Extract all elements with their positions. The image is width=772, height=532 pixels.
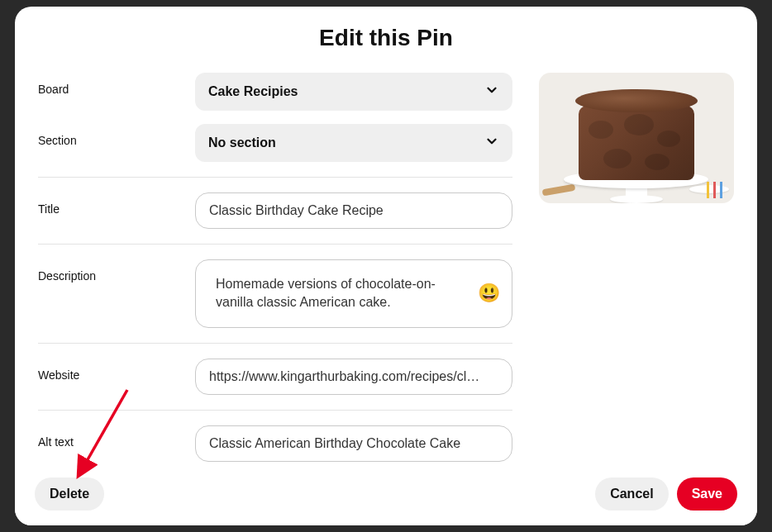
modal-footer: Delete Cancel Save — [15, 464, 757, 525]
field-row-title: Title — [38, 178, 512, 245]
save-button[interactable]: Save — [677, 477, 737, 511]
website-input[interactable] — [195, 359, 512, 395]
edit-pin-modal: Edit this Pin Board Cake Recipies Sectio… — [15, 7, 757, 525]
chevron-down-icon — [484, 134, 499, 152]
label-board: Board — [38, 73, 195, 96]
pin-preview-image — [539, 73, 734, 203]
field-row-description: Description Homemade versions of chocola… — [38, 245, 512, 344]
label-title: Title — [38, 192, 195, 216]
label-description: Description — [38, 259, 195, 283]
preview-column — [539, 66, 734, 464]
chevron-down-icon — [484, 83, 499, 101]
emoji-icon[interactable]: 😃 — [478, 284, 500, 302]
board-select-value: Cake Recipies — [208, 84, 298, 99]
label-alt-text: Alt text — [38, 425, 195, 449]
delete-button[interactable]: Delete — [35, 477, 104, 511]
field-row-section: Section No section — [38, 117, 512, 178]
label-website: Website — [38, 359, 195, 382]
board-select[interactable]: Cake Recipies — [195, 73, 512, 111]
field-row-alt-text: Alt text — [38, 411, 512, 464]
label-section: Section — [38, 124, 195, 147]
field-row-website: Website — [38, 344, 512, 411]
section-select-value: No section — [208, 135, 276, 150]
field-row-board: Board Cake Recipies — [38, 66, 512, 117]
title-input[interactable] — [195, 192, 512, 229]
modal-title: Edit this Pin — [15, 7, 757, 59]
description-textarea[interactable]: Homemade versions of chocolate-on-vanill… — [195, 259, 512, 328]
alt-text-input[interactable] — [195, 425, 512, 462]
form-column: Board Cake Recipies Section No section — [38, 66, 512, 464]
modal-body: Board Cake Recipies Section No section — [15, 59, 757, 464]
cancel-button[interactable]: Cancel — [595, 477, 668, 511]
description-textarea-value: Homemade versions of chocolate-on-vanill… — [216, 275, 470, 312]
section-select[interactable]: No section — [195, 124, 512, 162]
